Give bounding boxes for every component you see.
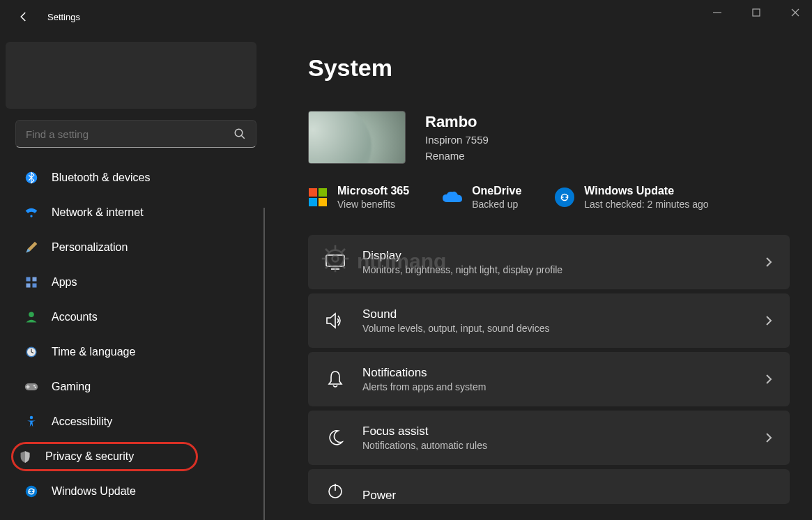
maximize-button[interactable]: [748, 4, 765, 21]
shield-icon: [17, 449, 33, 464]
sidebar-item-bluetooth[interactable]: Bluetooth & devices: [15, 163, 265, 192]
sidebar-item-apps[interactable]: Apps: [15, 268, 265, 297]
monitor-icon: [323, 250, 347, 274]
card-title: Power: [362, 489, 396, 503]
status-title: Microsoft 365: [337, 185, 409, 197]
rename-link[interactable]: Rename: [425, 150, 489, 162]
status-title: Windows Update: [584, 185, 708, 197]
status-sub: View benefits: [337, 199, 409, 210]
page-title: System: [308, 54, 790, 82]
card-power[interactable]: Power: [308, 469, 790, 504]
sidebar-item-network[interactable]: Network & internet: [15, 198, 265, 227]
navigation: Bluetooth & devices Network & internet P…: [6, 163, 265, 506]
person-icon: [24, 309, 39, 325]
moon-icon: [323, 426, 347, 450]
window-title: Settings: [47, 12, 80, 22]
sidebar-item-label: Gaming: [52, 381, 91, 393]
microsoft-logo: [308, 188, 328, 207]
status-sub: Last checked: 2 minutes ago: [584, 199, 708, 210]
sidebar-item-gaming[interactable]: Gaming: [15, 372, 265, 402]
power-icon: [323, 479, 347, 503]
card-sub: Alerts from apps and system: [362, 381, 486, 392]
svg-point-23: [26, 486, 38, 498]
sidebar-scrollbar[interactable]: [263, 208, 265, 520]
chevron-right-icon: [763, 257, 774, 268]
apps-icon: [24, 275, 39, 290]
sidebar-item-time[interactable]: Time & language: [15, 337, 265, 367]
user-card[interactable]: [6, 42, 256, 109]
status-title: OneDrive: [472, 185, 521, 197]
card-sub: Notifications, automatic rules: [362, 440, 487, 451]
sidebar-item-label: Privacy & security: [45, 450, 134, 463]
status-row: Microsoft 365 View benefits OneDrive Bac…: [308, 185, 790, 210]
svg-rect-8: [26, 277, 31, 282]
device-thumbnail[interactable]: [308, 111, 406, 164]
wifi-icon: [24, 205, 39, 220]
card-sub: Volume levels, output, input, sound devi…: [362, 323, 550, 334]
card-title: Sound: [362, 307, 550, 321]
status-windows-update[interactable]: Windows Update Last checked: 2 minutes a…: [555, 185, 708, 210]
device-model: Inspiron 7559: [425, 134, 489, 146]
sidebar-item-label: Network & internet: [52, 206, 144, 219]
svg-point-4: [235, 129, 243, 137]
sync-circle-icon: [555, 188, 574, 207]
svg-rect-1: [753, 9, 760, 16]
window-controls: [709, 4, 804, 21]
sync-icon: [24, 484, 39, 499]
back-button[interactable]: [15, 8, 32, 25]
sidebar-item-privacy[interactable]: Privacy & security: [11, 442, 198, 471]
speaker-icon: [323, 309, 347, 332]
sidebar-item-accessibility[interactable]: Accessibility: [15, 407, 265, 436]
card-notifications[interactable]: Notifications Alerts from apps and syste…: [308, 352, 790, 406]
sidebar-item-label: Personalization: [52, 241, 128, 254]
search-box[interactable]: [15, 120, 256, 148]
card-focus-assist[interactable]: Focus assist Notifications, automatic ru…: [308, 411, 790, 465]
chevron-right-icon: [763, 315, 774, 326]
card-sound[interactable]: Sound Volume levels, output, input, soun…: [308, 293, 790, 348]
card-title: Display: [362, 249, 562, 263]
card-sub: Monitors, brightness, night light, displ…: [362, 264, 562, 275]
search-input[interactable]: [26, 128, 233, 140]
settings-cards: Display Monitors, brightness, night ligh…: [308, 235, 790, 504]
status-microsoft365[interactable]: Microsoft 365 View benefits: [308, 185, 409, 210]
sidebar: Bluetooth & devices Network & internet P…: [0, 33, 265, 520]
clock-icon: [24, 344, 39, 360]
card-title: Notifications: [362, 366, 486, 380]
bluetooth-icon: [24, 170, 39, 185]
brush-icon: [24, 240, 39, 255]
svg-line-5: [241, 135, 245, 139]
svg-point-12: [29, 312, 34, 318]
sidebar-item-label: Windows Update: [52, 485, 136, 498]
device-row: Rambo Inspiron 7559 Rename: [308, 111, 790, 164]
status-sub: Backed up: [472, 199, 521, 210]
sidebar-item-accounts[interactable]: Accounts: [15, 303, 265, 332]
card-display[interactable]: Display Monitors, brightness, night ligh…: [308, 235, 790, 289]
svg-rect-10: [26, 284, 31, 288]
svg-rect-11: [33, 284, 37, 288]
chevron-right-icon: [763, 374, 774, 385]
sidebar-item-label: Apps: [52, 276, 77, 289]
sidebar-item-label: Time & language: [52, 346, 135, 358]
svg-point-22: [30, 416, 33, 420]
main-content: System Rambo Inspiron 7559 Rename Micros…: [265, 33, 812, 520]
sidebar-item-label: Accounts: [52, 311, 98, 323]
svg-point-7: [30, 215, 32, 217]
titlebar: Settings: [0, 0, 812, 33]
sidebar-item-label: Bluetooth & devices: [52, 171, 150, 184]
status-onedrive[interactable]: OneDrive Backed up: [443, 185, 521, 210]
close-button[interactable]: [787, 4, 804, 21]
device-info: Rambo Inspiron 7559 Rename: [425, 113, 489, 162]
search-icon: [233, 128, 246, 140]
svg-point-19: [35, 387, 37, 389]
sidebar-item-windows-update[interactable]: Windows Update: [15, 477, 265, 506]
minimize-button[interactable]: [709, 4, 726, 21]
sidebar-item-label: Accessibility: [52, 415, 112, 428]
svg-point-18: [33, 385, 36, 387]
chevron-right-icon: [763, 432, 774, 443]
cloud-icon: [443, 188, 462, 207]
device-name: Rambo: [425, 113, 489, 131]
sidebar-item-personalization[interactable]: Personalization: [15, 233, 265, 262]
card-title: Focus assist: [362, 425, 487, 438]
gamepad-icon: [24, 379, 39, 395]
accessibility-icon: [24, 414, 39, 429]
